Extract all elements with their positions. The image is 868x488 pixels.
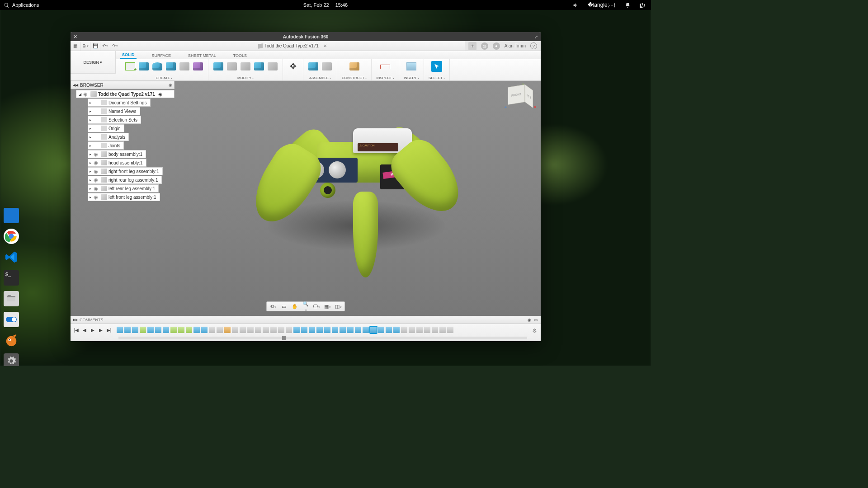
redo-button[interactable]: ↷ — [110, 42, 120, 51]
browser-component[interactable]: ▸◉body assembly:1 — [88, 150, 146, 158]
pan-button[interactable]: ✋ — [291, 304, 298, 310]
shell-button[interactable] — [240, 61, 251, 72]
timeline-feature[interactable] — [155, 327, 161, 333]
browser-folder[interactable]: ▸ Joints — [88, 141, 124, 150]
viewport[interactable]: ◀◀ BROWSER ◉ ◢ ◉ Todd the Quad Type2 v17… — [71, 81, 541, 316]
select-tool-button[interactable] — [431, 61, 442, 72]
timeline-feature[interactable] — [247, 327, 254, 333]
browser-header[interactable]: ◀◀ BROWSER ◉ — [71, 81, 175, 89]
browser-folder[interactable]: ▸ Selection Sets — [88, 116, 141, 124]
topbar-time[interactable]: 15:46 — [335, 2, 348, 8]
expand-icon[interactable]: ▸ — [88, 178, 92, 182]
timeline-feature[interactable] — [224, 327, 231, 333]
comments-settings-icon[interactable]: ◉ — [528, 318, 531, 322]
browser-folder[interactable]: ▸ Origin — [88, 124, 124, 132]
dock-terminal[interactable]: $_ — [4, 270, 19, 286]
visibility-icon[interactable]: ◉ — [94, 169, 99, 174]
collapse-icon[interactable]: ◀◀ — [73, 83, 78, 87]
box-tool-button[interactable] — [138, 61, 149, 72]
form-tool-button[interactable] — [193, 61, 203, 72]
expand-icon[interactable]: ▸ — [88, 152, 92, 156]
look-at-button[interactable]: ▭ — [280, 304, 288, 310]
topbar-date[interactable]: Sat, Feb 22 — [303, 2, 329, 8]
document-tab[interactable]: Todd the Quad Type2 v171 ✕ — [255, 43, 330, 48]
tab-tools[interactable]: TOOLS — [231, 52, 249, 59]
timeline-feature[interactable] — [293, 327, 300, 333]
window-close-button[interactable]: ✕ — [71, 34, 80, 40]
expand-icon[interactable]: ▸ — [88, 144, 92, 148]
timeline-feature[interactable] — [309, 327, 315, 333]
fillet-button[interactable] — [226, 61, 237, 72]
timeline-feature[interactable] — [178, 327, 184, 333]
timeline-feature[interactable] — [386, 327, 392, 333]
timeline-feature[interactable] — [117, 327, 123, 333]
ribbon-label-construct[interactable]: CONSTRUCT — [342, 76, 367, 80]
browser-component[interactable]: ▸◉head assembly:1 — [88, 159, 146, 167]
ribbon-label-modify[interactable]: MODIFY — [237, 76, 254, 80]
visibility-icon[interactable]: ◉ — [94, 194, 99, 200]
timeline-play-button[interactable]: ▶ — [90, 328, 96, 333]
timeline-feature[interactable] — [439, 327, 446, 333]
browser-root[interactable]: ◢ ◉ Todd the Quad Type2 v171 ◉ — [76, 90, 175, 98]
radio-icon[interactable]: ◉ — [158, 92, 162, 97]
volume-icon[interactable] — [573, 2, 579, 8]
measure-button[interactable] — [380, 61, 391, 72]
timeline-feature[interactable] — [140, 327, 146, 333]
timeline-scrubber[interactable] — [118, 337, 527, 339]
timeline-feature[interactable] — [270, 327, 277, 333]
timeline-feature[interactable] — [286, 327, 292, 333]
zoom-button[interactable]: 🔍 — [302, 301, 309, 312]
timeline-feature[interactable] — [301, 327, 307, 333]
timeline-feature[interactable] — [193, 327, 200, 333]
expand-icon[interactable]: ▸ — [88, 135, 92, 139]
create-sketch-button[interactable] — [125, 61, 136, 72]
timeline-feature[interactable] — [347, 327, 354, 333]
timeline-feature[interactable] — [370, 327, 377, 333]
dock-files[interactable] — [4, 291, 19, 306]
visibility-icon[interactable]: ◉ — [94, 186, 99, 192]
browser-component[interactable]: ▸◉right rear leg assembly:1 — [88, 176, 162, 184]
timeline-feature[interactable] — [432, 327, 438, 333]
expand-icon[interactable]: ▸ — [88, 169, 92, 174]
timeline-feature[interactable] — [240, 327, 246, 333]
display-settings-button[interactable]: 🖵 — [313, 304, 320, 309]
tab-close-button[interactable]: ✕ — [323, 43, 327, 48]
data-panel-button[interactable]: ▦ — [71, 42, 80, 51]
search-icon[interactable] — [4, 2, 9, 8]
dock-tweaks[interactable] — [4, 312, 19, 327]
timeline-feature[interactable] — [316, 327, 323, 333]
expand-icon[interactable]: ▸ — [88, 187, 92, 191]
timeline-feature[interactable] — [363, 327, 369, 333]
timeline-feature[interactable] — [332, 327, 338, 333]
extrude-tool-button[interactable] — [165, 61, 176, 72]
visibility-icon[interactable]: ◉ — [94, 160, 99, 166]
power-icon[interactable] — [640, 2, 646, 8]
ribbon-label-insert[interactable]: INSERT — [404, 76, 419, 80]
tab-solid[interactable]: SOLID — [120, 51, 137, 59]
timeline-feature[interactable] — [163, 327, 169, 333]
expand-comments-icon[interactable]: ▶▶ — [73, 318, 78, 322]
insert-button[interactable] — [406, 61, 417, 72]
browser-folder[interactable]: ▸ Analysis — [88, 133, 129, 141]
timeline-end-button[interactable]: ▶| — [106, 328, 112, 333]
viewport-layout-button[interactable]: ◫ — [335, 304, 342, 310]
timeline-feature[interactable] — [416, 327, 423, 333]
notifications-icon[interactable] — [625, 2, 631, 8]
plane-button[interactable] — [349, 61, 360, 72]
expand-icon[interactable]: ▸ — [88, 101, 92, 105]
browser-component[interactable]: ▸◉left front leg assembly:1 — [88, 193, 160, 201]
expand-icon[interactable]: ▸ — [88, 195, 92, 199]
timeline-feature[interactable] — [355, 327, 361, 333]
orbit-button[interactable]: ⟲ — [269, 304, 277, 310]
applications-menu[interactable]: Applications — [12, 2, 39, 8]
timeline-feature[interactable] — [401, 327, 407, 333]
timeline-feature[interactable] — [278, 327, 284, 333]
visibility-icon[interactable]: ◉ — [83, 91, 89, 97]
dock-settings[interactable] — [4, 353, 19, 366]
browser-settings-icon[interactable]: ◉ — [169, 83, 172, 87]
tab-surface[interactable]: SURFACE — [150, 52, 173, 59]
timeline-feature[interactable] — [409, 327, 415, 333]
timeline-feature[interactable] — [170, 327, 177, 333]
comments-add-icon[interactable]: ▭ — [534, 318, 538, 322]
timeline-feature[interactable] — [340, 327, 346, 333]
